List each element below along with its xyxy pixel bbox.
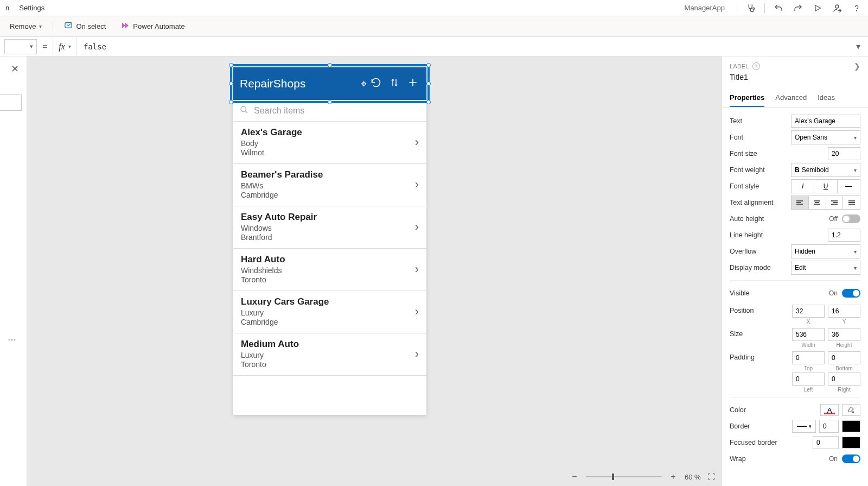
- sort-icon[interactable]: [385, 78, 404, 90]
- auto-height-toggle[interactable]: [842, 214, 860, 223]
- padding-top-input[interactable]: [792, 351, 825, 364]
- zoom-thumb[interactable]: [612, 474, 614, 480]
- resize-handle[interactable]: [229, 63, 233, 67]
- zoom-in-button[interactable]: +: [668, 472, 678, 482]
- wrap-toggle[interactable]: [842, 455, 860, 463]
- refresh-icon[interactable]: [367, 77, 385, 91]
- prop-label-font-size: Font size: [730, 150, 828, 157]
- focused-border-width-input[interactable]: [813, 436, 839, 449]
- item-subtitle: Windshields: [241, 266, 415, 275]
- add-icon[interactable]: [404, 77, 422, 91]
- power-automate-button[interactable]: Power Automate: [117, 19, 189, 34]
- resize-handle[interactable]: [229, 100, 233, 104]
- tab-advanced[interactable]: Advanced: [775, 89, 807, 107]
- resize-handle[interactable]: [229, 81, 233, 86]
- tab-ideas[interactable]: Ideas: [818, 89, 835, 107]
- power-automate-label: Power Automate: [133, 22, 184, 30]
- size-width-input[interactable]: [792, 328, 825, 341]
- svg-point-2: [835, 5, 839, 8]
- align-center-button[interactable]: [808, 195, 826, 210]
- resize-handle[interactable]: [426, 81, 431, 86]
- font-color-button[interactable]: A: [820, 404, 839, 416]
- undo-icon[interactable]: [773, 2, 784, 14]
- line-height-input[interactable]: [828, 229, 860, 242]
- chevron-right-icon[interactable]: ›: [415, 135, 419, 149]
- health-check-icon[interactable]: [745, 2, 757, 14]
- resize-handle[interactable]: [426, 100, 431, 104]
- font-weight-select[interactable]: BSemibold▾: [791, 163, 860, 177]
- font-size-input[interactable]: [828, 147, 860, 160]
- list-item[interactable]: Luxury Cars GarageLuxuryCambridge›: [233, 291, 426, 333]
- chevron-right-icon[interactable]: ›: [415, 220, 419, 234]
- prop-label-wrap: Wrap: [730, 455, 829, 463]
- item-name: Luxury Cars Garage: [241, 296, 415, 307]
- menu-item-settings[interactable]: Settings: [19, 4, 44, 12]
- more-icon[interactable]: ⋯: [8, 334, 16, 345]
- on-select-button[interactable]: On select: [60, 19, 110, 34]
- fill-color-button[interactable]: [842, 404, 860, 416]
- list-item[interactable]: Medium AutoLuxuryToronto›: [233, 333, 426, 376]
- underline-button[interactable]: U: [814, 179, 837, 193]
- item-location: Cambridge: [241, 318, 415, 326]
- border-width-input[interactable]: [819, 420, 839, 433]
- info-icon[interactable]: ?: [752, 62, 760, 70]
- border-style-select[interactable]: ▾: [792, 420, 816, 433]
- list-item[interactable]: Easy Auto RepairWindowsBrantford›: [233, 206, 426, 249]
- redo-icon[interactable]: [792, 2, 804, 14]
- list-item[interactable]: Beamer's ParadiseBMWsCambridge›: [233, 164, 426, 206]
- focused-border-color-swatch[interactable]: [842, 437, 860, 449]
- toggle-label: Off: [829, 215, 838, 223]
- play-icon[interactable]: [812, 2, 824, 14]
- display-mode-select[interactable]: Edit▾: [791, 261, 860, 275]
- size-height-input[interactable]: [828, 328, 860, 341]
- property-selector[interactable]: ▾: [4, 39, 37, 54]
- fx-button[interactable]: fx ▾: [53, 37, 77, 56]
- overflow-select[interactable]: Hidden▾: [791, 244, 860, 258]
- help-icon[interactable]: [851, 2, 863, 14]
- list-item[interactable]: Alex's GarageBodyWilmot›: [233, 122, 426, 164]
- menu-item[interactable]: n: [5, 4, 9, 12]
- item-subtitle: BMWs: [241, 181, 415, 190]
- remove-button[interactable]: Remove ▾: [5, 20, 46, 33]
- align-justify-button[interactable]: [843, 195, 860, 210]
- svg-rect-4: [65, 23, 72, 28]
- tree-search-input[interactable]: [0, 94, 22, 111]
- share-icon[interactable]: [831, 2, 843, 14]
- zoom-slider[interactable]: [586, 476, 662, 477]
- prop-label-font-style: Font style: [730, 182, 791, 190]
- zoom-out-button[interactable]: −: [570, 472, 579, 482]
- chevron-right-icon[interactable]: ›: [415, 262, 419, 276]
- close-icon[interactable]: ✕: [11, 63, 19, 75]
- visible-toggle[interactable]: [842, 289, 860, 298]
- align-left-button[interactable]: [791, 195, 809, 210]
- canvas[interactable]: RepairShops ✥ Search items Alex's Garage…: [27, 56, 722, 486]
- padding-left-input[interactable]: [792, 373, 825, 386]
- padding-bottom-input[interactable]: [828, 351, 860, 364]
- expand-formula-icon[interactable]: ▾: [848, 41, 868, 52]
- border-color-swatch[interactable]: [842, 420, 860, 432]
- font-select[interactable]: Open Sans▾: [791, 130, 860, 144]
- sublabel: Top: [804, 365, 813, 371]
- search-row[interactable]: Search items: [233, 100, 426, 122]
- prop-label-border: Border: [730, 422, 792, 430]
- position-y-input[interactable]: [828, 305, 860, 318]
- gallery-list: Alex's GarageBodyWilmot›Beamer's Paradis…: [233, 122, 426, 415]
- align-right-button[interactable]: [826, 195, 844, 210]
- tab-properties[interactable]: Properties: [730, 89, 764, 107]
- fit-to-screen-icon[interactable]: ⛶: [707, 472, 715, 481]
- app-header[interactable]: RepairShops ✥: [233, 67, 426, 100]
- chevron-right-icon[interactable]: ›: [415, 305, 419, 319]
- text-input[interactable]: [791, 115, 860, 128]
- list-item[interactable]: Hard AutoWindshieldsToronto›: [233, 249, 426, 291]
- chevron-right-icon[interactable]: ❯: [854, 62, 860, 71]
- resize-handle[interactable]: [426, 63, 431, 67]
- strikethrough-button[interactable]: —: [837, 179, 860, 193]
- resize-handle[interactable]: [328, 63, 332, 67]
- italic-button[interactable]: I: [791, 179, 814, 193]
- position-x-input[interactable]: [792, 305, 825, 318]
- prop-label-overflow: Overflow: [730, 248, 791, 255]
- padding-right-input[interactable]: [828, 373, 860, 386]
- chevron-right-icon[interactable]: ›: [415, 347, 419, 361]
- formula-input[interactable]: false: [77, 42, 848, 51]
- chevron-right-icon[interactable]: ›: [415, 178, 419, 192]
